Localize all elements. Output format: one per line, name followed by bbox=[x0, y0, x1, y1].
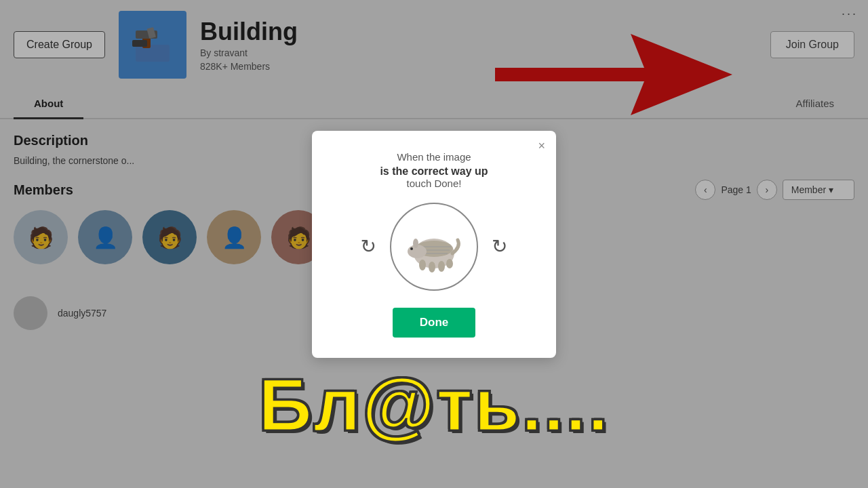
svg-point-13 bbox=[413, 239, 418, 248]
captcha-modal: × When the image is the correct way up t… bbox=[312, 131, 556, 358]
captcha-area: ↺ bbox=[339, 203, 529, 291]
page-background: Create Group Building By stravant 828K+ … bbox=[0, 0, 868, 488]
modal-title-line3: touch Done! bbox=[339, 178, 529, 189]
modal-title-line2: is the correct way up bbox=[339, 165, 529, 178]
svg-point-12 bbox=[410, 247, 413, 250]
rotate-right-button[interactable]: ↻ bbox=[492, 235, 507, 258]
svg-point-14 bbox=[419, 260, 426, 270]
svg-point-15 bbox=[429, 262, 435, 272]
rotate-left-button[interactable]: ↺ bbox=[361, 235, 376, 258]
modal-overlay: × When the image is the correct way up t… bbox=[0, 0, 868, 488]
modal-title-line1: When the image bbox=[339, 151, 529, 163]
captcha-image-circle bbox=[390, 203, 478, 291]
svg-point-17 bbox=[446, 259, 453, 268]
modal-close-button[interactable]: × bbox=[538, 139, 545, 153]
svg-point-16 bbox=[438, 261, 445, 272]
done-button[interactable]: Done bbox=[393, 308, 476, 338]
